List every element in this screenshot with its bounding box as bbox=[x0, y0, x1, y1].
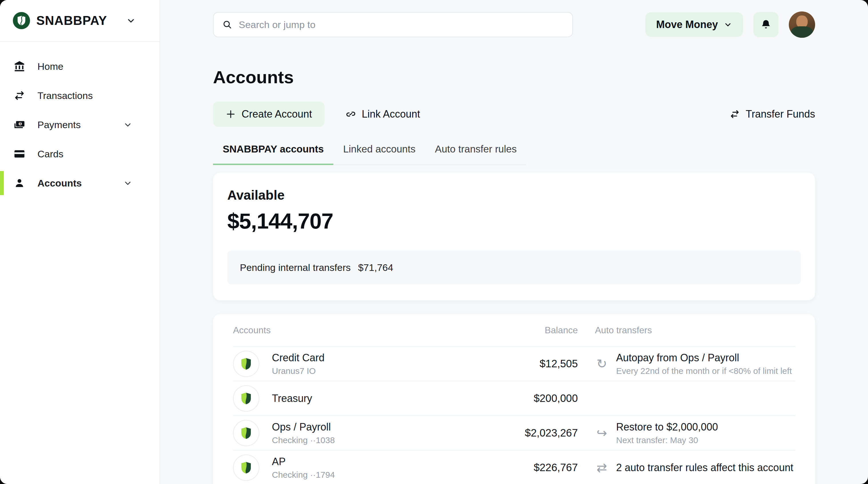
tab-linked-accounts[interactable]: Linked accounts bbox=[333, 143, 425, 164]
brand-name: SNABBPAY bbox=[36, 13, 107, 28]
search-icon bbox=[222, 20, 232, 30]
create-account-label: Create Account bbox=[242, 108, 312, 120]
transfer-arrows-icon bbox=[729, 109, 741, 120]
sidebar-item-accounts[interactable]: Accounts bbox=[0, 173, 159, 193]
account-shield-icon bbox=[233, 455, 259, 481]
account-shield-icon bbox=[233, 385, 259, 412]
account-balance: $12,505 bbox=[469, 358, 578, 370]
accounts-tabs: SNABBPAY accounts Linked accounts Auto t… bbox=[213, 143, 526, 165]
column-header-balance: Balance bbox=[469, 325, 578, 336]
create-account-button[interactable]: Create Account bbox=[213, 101, 324, 127]
transfer-funds-button[interactable]: Transfer Funds bbox=[729, 108, 815, 120]
chevron-down-icon bbox=[123, 179, 132, 188]
bank-icon bbox=[13, 60, 26, 73]
table-header: Accounts Balance Auto transfers bbox=[233, 314, 795, 347]
link-account-button[interactable]: Link Account bbox=[345, 108, 420, 120]
available-amount: $5,144,707 bbox=[227, 209, 801, 234]
sidebar: SNABBPAY Home Transactions $ bbox=[0, 0, 160, 484]
main-content: Move Money Accounts Create Account Link … bbox=[160, 0, 868, 484]
move-money-button[interactable]: Move Money bbox=[645, 12, 743, 37]
sidebar-item-label: Payments bbox=[37, 119, 81, 130]
tab-auto-transfer-rules[interactable]: Auto transfer rules bbox=[425, 143, 526, 164]
account-balance: $2,023,267 bbox=[469, 427, 578, 439]
sidebar-item-label: Home bbox=[37, 61, 63, 72]
person-icon bbox=[13, 177, 26, 190]
credit-card-icon bbox=[13, 147, 26, 160]
table-row-ap[interactable]: AP Checking ··1794 $226,767 2 auto trans… bbox=[233, 451, 795, 484]
auto-transfer-subtitle: Next transfer: May 30 bbox=[616, 435, 718, 445]
available-label: Available bbox=[227, 187, 801, 203]
sidebar-item-cards[interactable]: Cards bbox=[0, 144, 159, 164]
swap-horizontal-icon bbox=[595, 461, 609, 474]
transfer-arrows-icon bbox=[13, 89, 26, 102]
auto-transfer-title: Restore to $2,000,000 bbox=[616, 421, 718, 433]
table-row-credit-card[interactable]: Credit Card Uranus7 IO $12,505 Autopay f… bbox=[233, 347, 795, 381]
page-title: Accounts bbox=[213, 67, 815, 87]
svg-text:$: $ bbox=[20, 122, 21, 125]
sidebar-item-home[interactable]: Home bbox=[0, 56, 159, 77]
account-name: Credit Card bbox=[272, 352, 324, 364]
app-window: SNABBPAY Home Transactions $ bbox=[0, 0, 868, 484]
account-balance: $226,767 bbox=[469, 462, 578, 474]
pending-transfers-label: Pending internal transfers bbox=[240, 262, 350, 273]
sidebar-item-transactions[interactable]: Transactions bbox=[0, 85, 159, 106]
table-row-treasury[interactable]: Treasury $200,000 bbox=[233, 381, 795, 416]
table-row-ops-payroll[interactable]: Ops / Payroll Checking ··1038 $2,023,267… bbox=[233, 416, 795, 451]
notifications-button[interactable] bbox=[753, 12, 778, 37]
plus-icon bbox=[225, 109, 236, 119]
sidebar-item-label: Cards bbox=[37, 148, 63, 160]
link-icon bbox=[345, 109, 356, 120]
sidebar-item-label: Transactions bbox=[37, 90, 93, 101]
account-name: Ops / Payroll bbox=[272, 421, 335, 433]
search-bar[interactable] bbox=[213, 12, 573, 37]
account-balance: $200,000 bbox=[469, 392, 578, 404]
account-subtitle: Checking ··1794 bbox=[272, 470, 335, 480]
sidebar-item-payments[interactable]: $ Payments bbox=[0, 114, 159, 135]
account-name: AP bbox=[272, 456, 335, 468]
chevron-down-icon bbox=[724, 20, 732, 29]
accounts-table-card: Accounts Balance Auto transfers Credit C… bbox=[213, 314, 815, 484]
pending-transfers-amount: $71,764 bbox=[358, 262, 393, 273]
column-header-accounts: Accounts bbox=[233, 325, 452, 336]
user-avatar[interactable] bbox=[789, 11, 815, 38]
snabbpay-logo-icon bbox=[13, 12, 30, 29]
account-subtitle: Checking ··1038 bbox=[272, 435, 335, 445]
available-balance-card: Available $5,144,707 Pending internal tr… bbox=[213, 173, 815, 300]
chevron-down-icon bbox=[123, 120, 132, 129]
top-bar: Move Money bbox=[213, 11, 815, 38]
tab-snabbpay-accounts[interactable]: SNABBPAY accounts bbox=[213, 143, 333, 164]
account-shield-icon bbox=[233, 351, 259, 377]
chevron-down-icon[interactable] bbox=[126, 16, 136, 26]
page-actions: Create Account Link Account Transfer Fun… bbox=[213, 101, 815, 127]
link-account-label: Link Account bbox=[362, 108, 420, 120]
pending-transfers-panel: Pending internal transfers $71,764 bbox=[227, 250, 801, 284]
sync-icon bbox=[595, 358, 609, 370]
auto-transfer-title: Autopay from Ops / Payroll bbox=[616, 352, 792, 364]
header-actions: Move Money bbox=[645, 11, 815, 38]
move-money-label: Move Money bbox=[656, 19, 718, 31]
sidebar-nav: Home Transactions $ Payments bbox=[0, 42, 159, 193]
auto-transfer-subtitle: Every 22nd of the month or if <80% of li… bbox=[616, 366, 792, 376]
account-shield-icon bbox=[233, 420, 259, 446]
redo-icon bbox=[595, 427, 609, 440]
column-header-auto-transfers: Auto transfers bbox=[595, 325, 795, 336]
sidebar-item-label: Accounts bbox=[37, 178, 82, 189]
search-input[interactable] bbox=[239, 19, 564, 30]
auto-transfer-title: 2 auto transfer rules affect this accoun… bbox=[616, 462, 794, 474]
account-subtitle: Uranus7 IO bbox=[272, 366, 324, 376]
brand[interactable]: SNABBPAY bbox=[0, 0, 159, 42]
transfer-funds-label: Transfer Funds bbox=[746, 108, 815, 120]
banknote-icon: $ bbox=[13, 118, 26, 131]
account-name: Treasury bbox=[272, 392, 312, 404]
bell-icon bbox=[760, 19, 772, 31]
